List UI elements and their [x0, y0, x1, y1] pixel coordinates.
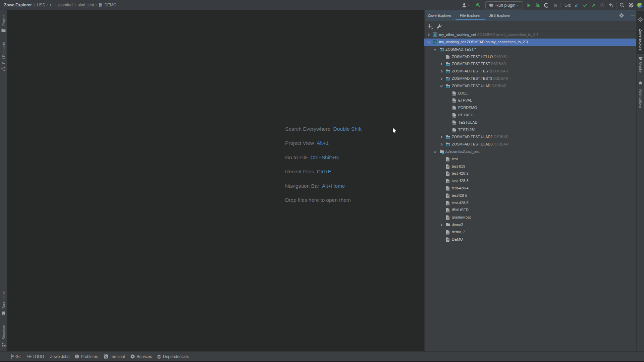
svg-text:DS: DS: [446, 64, 450, 66]
svg-text:DS: DS: [446, 85, 450, 88]
svg-text:DS: DS: [446, 144, 450, 146]
svg-text:DS: DS: [446, 137, 450, 139]
svg-text:MEM: MEM: [452, 101, 456, 103]
svg-text:DS: DS: [446, 71, 450, 73]
svg-text:JCL: JCL: [446, 58, 449, 59]
svg-text:DS: DS: [446, 78, 450, 80]
svg-text:MEM: MEM: [452, 109, 456, 110]
svg-text:MEM: MEM: [452, 131, 456, 132]
svg-text:MEM: MEM: [452, 116, 456, 118]
svg-text:Z: Z: [640, 18, 641, 21]
svg-text:MEM: MEM: [452, 94, 456, 96]
svg-text:MEM: MEM: [452, 123, 456, 125]
svg-text:DS: DS: [440, 49, 443, 51]
